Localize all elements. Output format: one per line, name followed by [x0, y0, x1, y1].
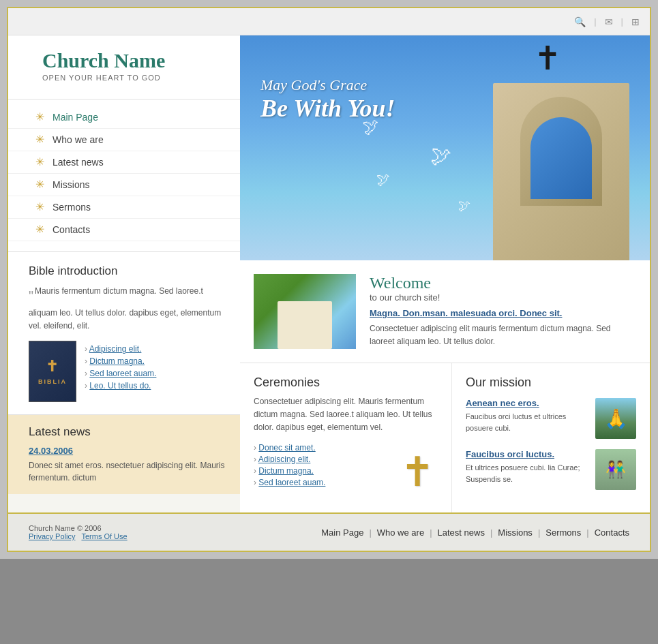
couple-image: 👫 [595, 449, 636, 490]
mission-thumb-1: 🙏 [595, 398, 636, 439]
mission-text-2: Faucibus orci luctus. Et ultrices posuer… [466, 449, 588, 485]
cross-image: ✝ [390, 438, 445, 506]
welcome-title: Welcome [370, 274, 636, 292]
bible-link-4[interactable]: Leo. Ut tellus do. [89, 381, 151, 390]
list-item: Dictum magna. [85, 356, 156, 366]
search-icon[interactable]: 🔍 [574, 16, 586, 27]
nav-label-sermons: Sermons [53, 202, 91, 213]
footer-link-contacts[interactable]: Contacts [595, 527, 629, 538]
mission-desc-2: Et ultrices posuere cubi. lia Curae; Sus… [466, 462, 588, 485]
latest-news-title: Latest news [29, 425, 226, 439]
footer-link-main-page[interactable]: Main Page [321, 527, 363, 538]
sidebar: Church Name OPEN YOUR HEART TO GOD ✳ Mai… [8, 35, 240, 512]
footer-sep-4: | [538, 527, 540, 538]
footer-nav: Main Page | Who we are | Latest news | M… [321, 527, 629, 538]
dove-icon-3: 🕊 [376, 171, 391, 188]
mission-item-2: Faucibus orci luctus. Et ultrices posuer… [466, 449, 636, 490]
privacy-policy-link[interactable]: Privacy Policy [29, 532, 75, 540]
mission-item-1: Aenean nec eros. Faucibus orci luctus et… [466, 398, 636, 439]
bottom-sections: Ceremonies Consectetuer adipiscing elit.… [240, 363, 650, 512]
page-wrapper: 🔍 | ✉ | ⊞ Church Name OPEN YOUR HEART TO… [0, 0, 658, 559]
mission-link-1[interactable]: Aenean nec eros. [466, 398, 588, 408]
sidebar-item-sermons[interactable]: ✳ Sermons [8, 196, 240, 219]
bible-intro: Bible introduction "Mauris fermentum dic… [8, 252, 240, 415]
terms-of-use-link[interactable]: Terms Of Use [81, 532, 127, 540]
bible-label: BIBLIA [38, 378, 67, 385]
cross-pendant-icon: ✝ [400, 448, 434, 495]
footer-links: Privacy Policy Terms Of Use [29, 532, 128, 540]
mail-icon[interactable]: ✉ [605, 16, 613, 27]
nav-star-icon-1: ✳ [35, 112, 44, 123]
mission-thumb-2: 👫 [595, 449, 636, 490]
mission-section: Our mission Aenean nec eros. Faucibus or… [452, 363, 650, 512]
nav-star-icon-3: ✳ [35, 157, 44, 168]
bible-links-list: Adipiscing elit. Dictum magna. Sed laore… [85, 344, 156, 393]
church-small-image [278, 301, 332, 349]
church-name: Church Name [42, 49, 220, 72]
sidebar-item-who-we-are[interactable]: ✳ Who we are [8, 129, 240, 151]
sidebar-item-latest-news[interactable]: ✳ Latest news [8, 151, 240, 174]
welcome-link-title[interactable]: Magna. Don.msan. malesuada orci. Donec s… [370, 308, 636, 318]
footer-link-sermons[interactable]: Sermons [545, 527, 581, 538]
news-date[interactable]: 24.03.2006 [29, 446, 226, 456]
welcome-description: Consectetuer adipiscing elit mauris ferm… [370, 322, 636, 348]
nav-label-missions: Missions [53, 179, 89, 190]
mission-text-1: Aenean nec eros. Faucibus orci luctus et… [466, 398, 588, 433]
ceremony-link-4[interactable]: Sed laoreet auam. [258, 478, 325, 487]
nav-star-icon-6: ✳ [35, 224, 44, 235]
bible-link-3[interactable]: Sed laoreet auam. [89, 369, 156, 378]
ceremonies-section: Ceremonies Consectetuer adipiscing elit.… [240, 363, 452, 512]
footer-left: Church Name © 2006 Privacy Policy Terms … [29, 524, 128, 540]
nav-label-contacts: Contacts [53, 224, 90, 235]
bible-intro-title: Bible introduction [29, 264, 226, 278]
footer-sep-1: | [369, 527, 371, 538]
top-bar: 🔍 | ✉ | ⊞ [8, 8, 650, 35]
footer: Church Name © 2006 Privacy Policy Terms … [8, 512, 650, 551]
footer-link-latest-news[interactable]: Latest news [438, 527, 485, 538]
latest-news-sidebar: Latest news 24.03.2006 Donec sit amet er… [8, 415, 240, 494]
sidebar-nav: ✳ Main Page ✳ Who we are ✳ Latest news ✳… [8, 99, 240, 252]
church-tower: ✝ [432, 35, 650, 260]
nav-star-icon-5: ✳ [35, 202, 44, 213]
content-area: May God's Grace Be With You! 🕊 🕊 🕊 🕊 ✝ [240, 35, 650, 512]
ceremony-link-2[interactable]: Adipiscing elit. [258, 455, 311, 464]
footer-link-missions[interactable]: Missions [498, 527, 533, 538]
dove-icon-1: 🕊 [361, 116, 380, 138]
page-inner: 🔍 | ✉ | ⊞ Church Name OPEN YOUR HEART TO… [7, 7, 651, 552]
footer-sep-3: | [490, 527, 492, 538]
nav-label-who-we-are: Who we are [53, 134, 104, 145]
footer-copyright: Church Name © 2006 [29, 524, 128, 532]
mission-link-2[interactable]: Faucibus orci luctus. [466, 449, 588, 459]
ceremony-link-3[interactable]: Dictum magna. [258, 466, 314, 476]
hero-line1: May God's Grace [260, 76, 395, 94]
bible-image: ✝ BIBLIA [29, 341, 76, 402]
bible-link-1[interactable]: Adipiscing elit. [89, 344, 142, 354]
footer-link-who-we-are[interactable]: Who we are [377, 527, 424, 538]
mary-image: 🙏 [595, 398, 636, 439]
welcome-text: Welcome to our church site! Magna. Don.m… [370, 274, 636, 349]
ceremonies-title: Ceremonies [254, 375, 438, 390]
ceremony-link-1[interactable]: Donec sit amet. [258, 443, 315, 453]
top-divider-2: | [621, 16, 623, 27]
bible-intro-quote: "Mauris fermentum dictum magna. Sed laor… [29, 285, 226, 333]
list-item: Leo. Ut tellus do. [85, 381, 156, 390]
quote-mark: " [29, 288, 33, 303]
nav-label-main-page: Main Page [53, 112, 98, 123]
mission-title: Our mission [466, 375, 636, 390]
church-tagline: OPEN YOUR HEART TO GOD [42, 74, 220, 82]
list-item: Sed laoreet auam. [85, 369, 156, 378]
bible-books: ✝ BIBLIA Adipiscing elit. Dictum magna. … [29, 341, 226, 402]
welcome-section: Welcome to our church site! Magna. Don.m… [240, 260, 650, 363]
footer-sep-5: | [586, 527, 588, 538]
nav-label-latest-news: Latest news [53, 157, 104, 168]
top-divider-1: | [594, 16, 596, 27]
main-layout: Church Name OPEN YOUR HEART TO GOD ✳ Mai… [8, 35, 650, 512]
bible-link-2[interactable]: Dictum magna. [89, 356, 145, 366]
sidebar-item-main-page[interactable]: ✳ Main Page [8, 106, 240, 129]
sidebar-item-contacts[interactable]: ✳ Contacts [8, 219, 240, 241]
bible-cross-icon: ✝ [46, 358, 59, 375]
news-text: Donec sit amet eros. nsectetuer adipisci… [29, 459, 226, 484]
list-item: Adipiscing elit. [85, 344, 156, 354]
grid-icon[interactable]: ⊞ [631, 16, 640, 27]
sidebar-item-missions[interactable]: ✳ Missions [8, 174, 240, 196]
